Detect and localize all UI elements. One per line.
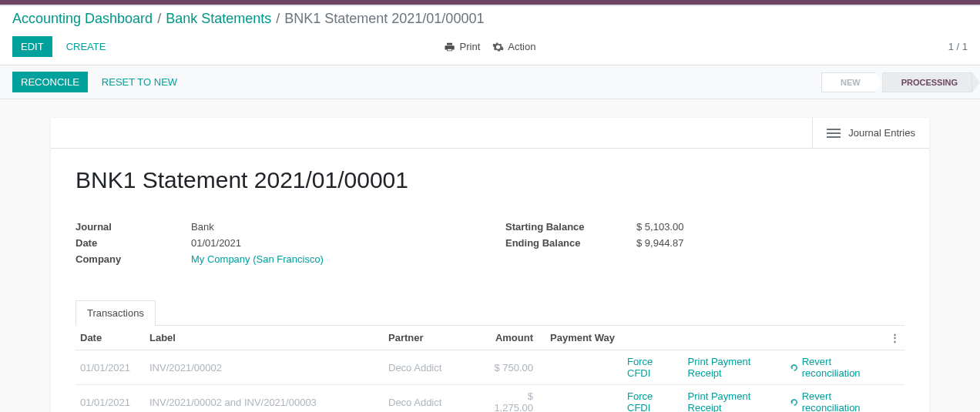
print-button[interactable]: Print: [445, 41, 481, 52]
date-label: Date: [76, 237, 191, 249]
starting-balance-value: $ 5,103.00: [636, 221, 683, 233]
cell-amount: $ 750.00: [484, 350, 538, 385]
company-label: Company: [76, 253, 191, 265]
journal-entries-button[interactable]: Journal Entries: [812, 118, 929, 148]
cell-partner: Deco Addict: [384, 385, 484, 413]
revert-icon: [790, 397, 798, 407]
force-cfdi-link[interactable]: Force CFDI: [627, 390, 673, 412]
cell-partner: Deco Addict: [384, 350, 484, 385]
journal-entries-label: Journal Entries: [848, 127, 915, 139]
table-row[interactable]: 01/01/2021INV/2021/00002Deco Addict$ 750…: [76, 350, 904, 385]
revert-icon: [790, 363, 798, 373]
reconcile-button[interactable]: RECONCILE: [12, 72, 88, 92]
menu-icon: [827, 128, 841, 139]
gear-icon: [492, 42, 503, 52]
cell-actions: Force CFDIPrint Payment ReceiptRevert re…: [623, 350, 885, 385]
cell-date: 01/01/2021: [76, 385, 145, 413]
cell-payment-way: [538, 385, 623, 413]
date-value: 01/01/2021: [191, 237, 241, 249]
breadcrumb-current: BNK1 Statement 2021/01/00001: [284, 11, 484, 27]
col-partner[interactable]: Partner: [384, 326, 484, 350]
col-label[interactable]: Label: [145, 326, 384, 350]
breadcrumb: Accounting Dashboard / Bank Statements /…: [0, 6, 980, 30]
status-arrow: [874, 72, 882, 92]
status-pills: NEW PROCESSING: [821, 72, 980, 92]
tab-transactions[interactable]: Transactions: [76, 300, 156, 326]
company-value[interactable]: My Company (San Francisco): [191, 253, 324, 265]
action-button[interactable]: Action: [492, 41, 535, 52]
print-label: Print: [460, 41, 481, 52]
cell-date: 01/01/2021: [76, 350, 145, 385]
ending-balance-value: $ 9,944.87: [636, 237, 683, 249]
print-receipt-link[interactable]: Print Payment Receipt: [688, 390, 775, 412]
controls-bar: EDIT CREATE Print Action 1 / 1: [0, 30, 980, 65]
tabs: Transactions: [76, 300, 904, 326]
cell-label: INV/2021/00002: [145, 350, 384, 385]
force-cfdi-link[interactable]: Force CFDI: [627, 356, 673, 379]
print-receipt-link[interactable]: Print Payment Receipt: [688, 356, 775, 379]
journal-value: Bank: [191, 221, 214, 233]
col-payment-way[interactable]: Payment Way: [538, 326, 623, 350]
form-sheet-bg: Journal Entries BNK1 Statement 2021/01/0…: [0, 99, 980, 412]
sheet-header-buttons: Journal Entries: [51, 118, 929, 149]
status-arrow: [972, 72, 980, 92]
status-processing[interactable]: PROCESSING: [882, 72, 972, 92]
breadcrumb-sep: /: [157, 11, 161, 27]
page-title: BNK1 Statement 2021/01/00001: [76, 167, 904, 193]
pager[interactable]: 1 / 1: [948, 41, 968, 52]
status-bar: RECONCILE RESET TO NEW NEW PROCESSING: [0, 65, 980, 99]
revert-reconciliation-link[interactable]: Revert reconciliation: [790, 390, 881, 412]
journal-label: Journal: [76, 221, 191, 233]
field-col-left: Journal Bank Date 01/01/2021 Company My …: [76, 221, 475, 270]
row-kebab: [885, 385, 904, 413]
status-new[interactable]: NEW: [821, 72, 875, 92]
col-amount[interactable]: Amount: [484, 326, 538, 350]
transactions-table: Date Label Partner Amount Payment Way ⋮ …: [76, 326, 904, 412]
breadcrumb-root[interactable]: Accounting Dashboard: [12, 11, 153, 27]
ending-balance-label: Ending Balance: [505, 237, 636, 249]
cell-label: INV/2021/00002 and INV/2021/00003: [145, 385, 384, 413]
table-row[interactable]: 01/01/2021INV/2021/00002 and INV/2021/00…: [76, 385, 904, 413]
col-date[interactable]: Date: [76, 326, 145, 350]
starting-balance-label: Starting Balance: [505, 221, 636, 233]
form-sheet: Journal Entries BNK1 Statement 2021/01/0…: [51, 118, 929, 412]
cell-payment-way: [538, 350, 623, 385]
col-menu[interactable]: ⋮: [885, 326, 904, 350]
print-icon: [445, 42, 455, 52]
breadcrumb-mid[interactable]: Bank Statements: [166, 11, 271, 27]
cell-amount: $ 1,275.00: [484, 385, 538, 413]
reset-to-new-button[interactable]: RESET TO NEW: [94, 72, 185, 92]
breadcrumb-sep: /: [276, 11, 280, 27]
edit-button[interactable]: EDIT: [12, 36, 52, 57]
create-button[interactable]: CREATE: [59, 37, 114, 56]
field-col-right: Starting Balance $ 5,103.00 Ending Balan…: [505, 221, 904, 270]
col-actions: [623, 326, 885, 350]
row-kebab: [885, 350, 904, 385]
action-label: Action: [508, 41, 535, 52]
revert-reconciliation-link[interactable]: Revert reconciliation: [790, 356, 881, 379]
cell-actions: Force CFDIPrint Payment ReceiptRevert re…: [623, 385, 885, 413]
